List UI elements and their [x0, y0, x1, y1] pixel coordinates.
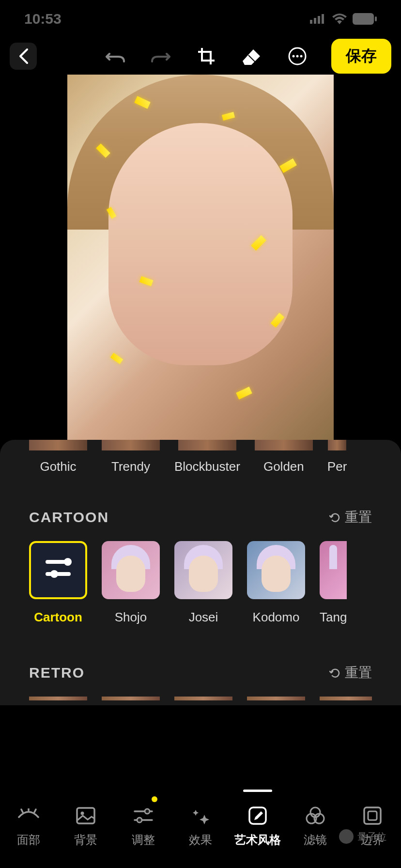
svg-rect-0 [310, 20, 312, 24]
filter-label: Kodomo [253, 610, 300, 625]
toolbar-icons [105, 46, 308, 67]
preview-image [67, 75, 334, 440]
status-icons [310, 13, 377, 25]
border-icon [362, 805, 383, 826]
nav-background[interactable]: 背景 [57, 790, 114, 856]
status-bar: 10:53 [0, 0, 401, 37]
style-item-blockbuster[interactable]: Blockbuster [174, 440, 240, 474]
battery-icon [353, 13, 377, 25]
svg-rect-5 [375, 16, 377, 21]
crop-button[interactable] [196, 46, 217, 67]
cartoon-filter-row[interactable]: Cartoon Shojo Josei Kodomo Tang [29, 541, 372, 625]
svg-point-13 [145, 809, 150, 814]
svg-rect-1 [314, 18, 316, 24]
style-label: Gothic [40, 459, 76, 474]
category-title: RETRO [29, 665, 85, 681]
svg-point-15 [137, 818, 142, 822]
filter-thumb [247, 541, 305, 599]
watermark-icon [339, 829, 354, 844]
nav-label: 背景 [74, 832, 97, 848]
filter-thumb [320, 697, 372, 700]
filter-label: Shojo [115, 610, 147, 625]
nav-filter[interactable]: 滤镜 [286, 790, 343, 856]
back-button[interactable] [10, 43, 37, 70]
reset-icon [329, 667, 341, 679]
filter-thumb [247, 697, 305, 700]
watermark: 量子位 [339, 829, 386, 844]
style-item-golden[interactable]: Golden [255, 440, 313, 474]
retro-filter-row[interactable] [29, 697, 372, 700]
filter-icon [305, 805, 326, 826]
reset-button[interactable]: 重置 [329, 508, 372, 527]
redo-icon [151, 48, 170, 64]
save-button[interactable]: 保存 [331, 39, 391, 74]
eye-icon [18, 805, 39, 826]
filter-thumb [29, 697, 87, 700]
filter-label: Tang [320, 610, 347, 625]
filter-thumb [102, 697, 160, 700]
style-row-top[interactable]: Gothic Trendy Blockbuster Golden Per [0, 440, 401, 484]
filter-thumb [102, 541, 160, 599]
category-header: RETRO 重置 [29, 664, 372, 682]
style-thumb [328, 440, 346, 450]
category-title: CARTOON [29, 509, 109, 526]
eraser-icon [242, 47, 262, 65]
style-thumb [29, 440, 87, 450]
reset-icon [329, 512, 341, 523]
status-time: 10:53 [24, 11, 62, 27]
filter-item-shojo[interactable]: Shojo [102, 541, 160, 625]
svg-point-8 [296, 55, 299, 57]
filter-item-kodomo[interactable]: Kodomo [247, 541, 305, 625]
brush-icon [247, 805, 268, 826]
filter-thumb [174, 541, 232, 599]
redo-button[interactable] [150, 46, 171, 67]
style-label: Golden [263, 459, 304, 474]
retro-section: RETRO 重置 [0, 639, 401, 705]
style-item-trendy[interactable]: Trendy [102, 440, 160, 474]
sliders-icon [133, 805, 154, 826]
wifi-icon [332, 14, 347, 24]
notification-dot [152, 796, 157, 802]
nav-adjust[interactable]: 调整 [115, 790, 172, 856]
filter-item-tang[interactable]: Tang [320, 541, 347, 625]
undo-button[interactable] [105, 46, 126, 67]
nav-art-style[interactable]: 艺术风格 [229, 790, 286, 856]
filter-thumb [320, 541, 347, 599]
filter-label: Josei [189, 610, 218, 625]
svg-rect-2 [318, 16, 320, 24]
filter-thumb [29, 541, 87, 599]
filter-thumb [174, 697, 232, 700]
filters-panel: Gothic Trendy Blockbuster Golden Per CAR… [0, 440, 401, 705]
style-label: Per [327, 459, 347, 474]
style-item-gothic[interactable]: Gothic [29, 440, 87, 474]
filter-item-josei[interactable]: Josei [174, 541, 232, 625]
reset-button[interactable]: 重置 [329, 664, 372, 682]
nav-label: 艺术风格 [234, 832, 281, 848]
reset-label: 重置 [345, 664, 372, 682]
nav-face[interactable]: 面部 [0, 790, 57, 856]
svg-point-7 [293, 55, 295, 57]
filter-item-cartoon[interactable]: Cartoon [29, 541, 87, 625]
nav-border[interactable]: 边界 [344, 790, 401, 856]
more-icon [288, 46, 307, 66]
style-item-per[interactable]: Per [327, 440, 347, 474]
canvas-area[interactable] [0, 75, 401, 440]
signal-icon [310, 14, 326, 24]
category-header: CARTOON 重置 [29, 508, 372, 527]
style-thumb [102, 440, 160, 450]
nav-label: 滤镜 [304, 832, 327, 848]
svg-rect-10 [77, 808, 94, 823]
undo-icon [106, 48, 125, 64]
svg-rect-4 [353, 13, 374, 25]
eraser-button[interactable] [241, 46, 262, 67]
style-label: Blockbuster [174, 459, 240, 474]
image-icon [75, 805, 96, 826]
svg-rect-20 [364, 807, 381, 824]
filter-label: Cartoon [34, 610, 82, 625]
crop-icon [197, 47, 216, 65]
more-button[interactable] [287, 46, 308, 67]
reset-label: 重置 [345, 508, 372, 527]
svg-point-9 [300, 55, 303, 57]
nav-effects[interactable]: 效果 [172, 790, 229, 856]
svg-rect-21 [368, 811, 377, 820]
